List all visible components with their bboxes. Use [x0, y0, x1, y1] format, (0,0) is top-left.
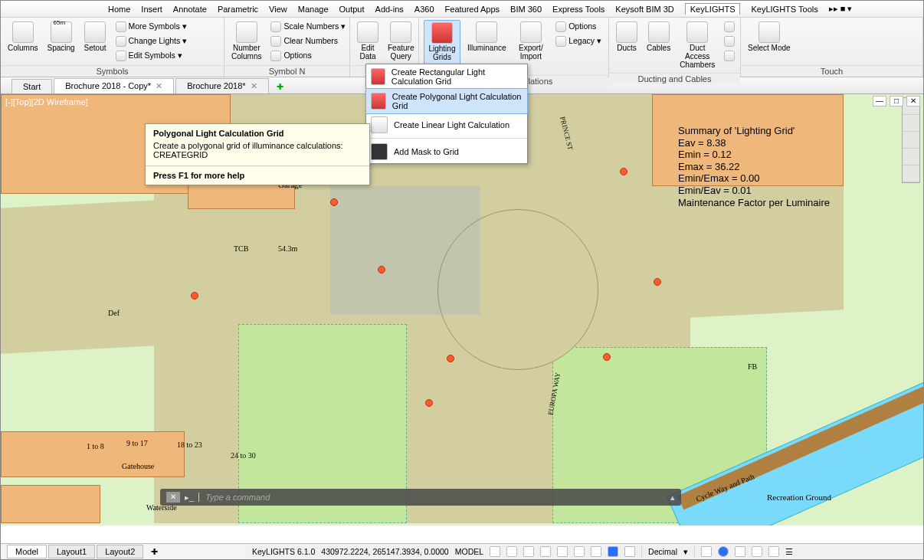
illuminance-button[interactable]: Illuminance [465, 20, 509, 54]
menu-keysoft-bim-3d[interactable]: Keysoft BIM 3D [615, 5, 673, 14]
nav-orbit-icon[interactable] [903, 149, 919, 165]
nav-zoom-icon[interactable] [903, 132, 919, 149]
viewport-minimize-icon[interactable]: — [873, 96, 886, 106]
spacing-button[interactable]: 65mSpacing [44, 20, 77, 54]
status-menu-icon[interactable]: ☰ [785, 547, 793, 556]
duct-icon-1 [724, 21, 735, 32]
hardware-icon[interactable] [752, 546, 762, 557]
polar-toggle-icon[interactable] [540, 546, 551, 557]
duct-access-button[interactable]: Duct Access Chambers [677, 20, 717, 70]
navigation-bar[interactable] [902, 97, 920, 183]
label-fb: FB [748, 362, 757, 371]
snap-toggle-icon[interactable] [506, 546, 517, 557]
file-tab-brochure[interactable]: Brochure 2018*✕ [175, 78, 268, 93]
change-lights-button[interactable]: Change Lights ▾ [113, 34, 190, 48]
menu-insert[interactable]: Insert [141, 5, 162, 14]
feature-query-icon [390, 21, 411, 43]
isolate-icon[interactable] [735, 546, 745, 557]
viewport-label[interactable]: [-][Top][2D Wireframe] [5, 97, 88, 106]
edit-symbols-button[interactable]: Edit Symbols ▾ [113, 49, 190, 63]
dd-linear-calc[interactable]: Create Linear Light Calculation [366, 113, 527, 136]
lighting-options-icon [555, 21, 566, 32]
cycling-toggle-icon[interactable] [624, 546, 635, 557]
grid-toggle-icon[interactable] [490, 546, 500, 557]
command-menu-icon[interactable]: ▴ [670, 493, 675, 503]
menu-annotate[interactable]: Annotate [173, 5, 207, 14]
otrack-toggle-icon[interactable] [574, 546, 585, 557]
tooltip-foot: Press F1 for more help [146, 165, 369, 185]
scale-numbers-button[interactable]: Scale Numbers ▾ [268, 20, 348, 34]
nav-wheel-icon[interactable] [903, 165, 919, 182]
numbering-options-button[interactable]: Options [268, 49, 348, 63]
ducts-button[interactable]: Ducts [614, 20, 640, 54]
ducting-extra-3[interactable] [722, 49, 737, 63]
columns-button[interactable]: Columns [5, 20, 40, 54]
menu-bim360[interactable]: BIM 360 [510, 5, 542, 14]
menu-manage[interactable]: Manage [298, 5, 329, 14]
lineweight-toggle-icon[interactable] [591, 546, 601, 557]
menu-view[interactable]: View [269, 5, 287, 14]
menu-overflow-icon[interactable]: ▸▸ ■ ▾ [829, 4, 853, 14]
close-icon[interactable]: ✕ [251, 81, 257, 91]
lighting-grids-icon [431, 22, 453, 44]
menu-express-tools[interactable]: Express Tools [552, 5, 605, 14]
menu-keylights-tools[interactable]: KeyLIGHTS Tools [751, 5, 818, 14]
cables-button[interactable]: Cables [644, 20, 673, 54]
close-icon[interactable]: ✕ [156, 81, 162, 91]
export-import-button[interactable]: Export/ Import [513, 20, 549, 62]
ducting-extra-1[interactable] [722, 20, 737, 34]
menu-parametric[interactable]: Parametric [218, 5, 258, 14]
select-mode-button[interactable]: Select Mode [745, 20, 793, 54]
layout-tab-2[interactable]: Layout2 [97, 545, 143, 558]
menu-featured-apps[interactable]: Featured Apps [445, 5, 500, 14]
panel-title-symbols: Symbols [1, 65, 224, 77]
cables-icon [648, 21, 670, 43]
status-product: KeyLIGHTS 6.1.0 [252, 547, 315, 556]
cleanscreen-icon[interactable] [768, 546, 779, 557]
duct-icon-3 [724, 51, 735, 61]
transparency-toggle-icon[interactable] [608, 546, 618, 557]
label-gatehouse: Gatehouse [122, 462, 154, 470]
main-menu-bar: Home Insert Annotate Parametric View Man… [1, 1, 923, 18]
setout-button[interactable]: Setout [82, 20, 109, 54]
ducting-extra-2[interactable] [722, 34, 737, 48]
menu-addins[interactable]: Add-ins [375, 5, 404, 14]
ortho-toggle-icon[interactable] [523, 546, 534, 557]
file-tab-start[interactable]: Start [11, 79, 52, 93]
add-tab-button[interactable]: ✚ [270, 80, 290, 93]
layout-tab-1[interactable]: Layout1 [48, 545, 95, 558]
layout-add-button[interactable]: ✚ [145, 547, 164, 557]
command-line[interactable]: ✕ ▸_ Type a command ▴ [160, 489, 681, 506]
legacy-button[interactable]: Legacy ▾ [553, 34, 604, 48]
nav-pan-icon[interactable] [903, 115, 919, 132]
quickprops-icon[interactable] [701, 546, 712, 557]
feature-query-button[interactable]: Feature Query [385, 20, 416, 62]
lighting-summary: Summary of 'Lighting Grid' Eav = 8.38 Em… [678, 125, 830, 208]
dd-polygonal-grid[interactable]: Create Polygonal Light Calculation Grid [365, 88, 528, 114]
command-close-icon[interactable]: ✕ [166, 492, 180, 503]
globe-icon[interactable] [718, 546, 729, 557]
menu-a360[interactable]: A360 [414, 5, 434, 14]
viewport-close-icon[interactable]: ✕ [906, 96, 920, 106]
menu-output[interactable]: Output [339, 5, 365, 14]
spacing-icon: 65m [51, 21, 72, 43]
viewport-maximize-icon[interactable]: □ [890, 96, 903, 106]
file-tab-brochure-copy[interactable]: Brochure 2018 - Copy*✕ [54, 78, 174, 93]
menu-home[interactable]: Home [108, 5, 130, 14]
lighting-options-button[interactable]: Options [553, 20, 604, 34]
dd-rectangular-grid[interactable]: Create Rectangular Light Calculation Gri… [366, 64, 527, 89]
edit-data-button[interactable]: Edit Data [355, 20, 381, 62]
layout-tab-model[interactable]: Model [7, 545, 47, 558]
command-input[interactable]: Type a command [198, 493, 666, 502]
duct-access-icon [686, 21, 708, 43]
clear-numbers-icon [270, 36, 281, 47]
status-units[interactable]: Decimal [648, 547, 677, 556]
status-space[interactable]: MODEL [455, 547, 483, 556]
osnap-toggle-icon[interactable] [557, 546, 568, 557]
dd-add-mask[interactable]: Add Mask to Grid [366, 140, 527, 163]
clear-numbers-button[interactable]: Clear Numbers [268, 34, 348, 48]
more-symbols-button[interactable]: More Symbols ▾ [113, 20, 190, 34]
mask-icon [371, 143, 388, 160]
number-columns-button[interactable]: Number Columns [229, 20, 264, 62]
menu-keylights[interactable]: KeyLIGHTS [685, 3, 741, 15]
